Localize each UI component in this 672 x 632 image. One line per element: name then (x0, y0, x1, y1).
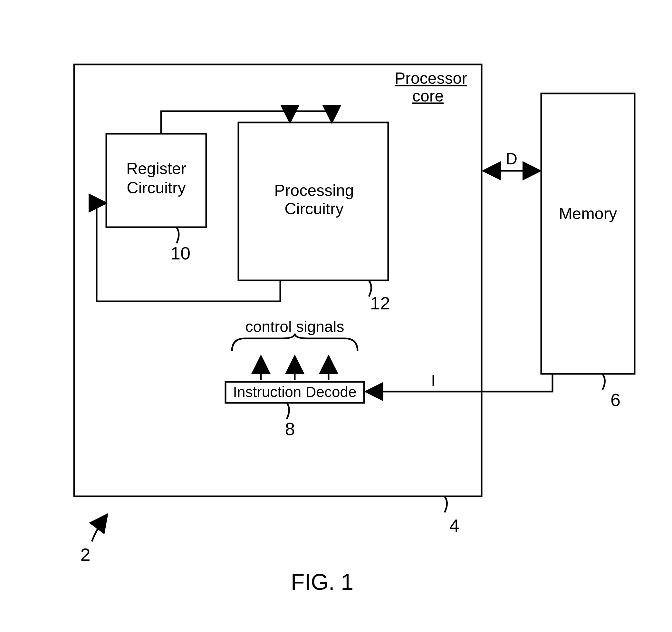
processor-core-label-line1: Processor (394, 69, 467, 87)
data-bus-label: D (506, 150, 518, 168)
processing-circuitry-label-line2: Circuitry (285, 200, 343, 218)
ref-tick-core (445, 496, 447, 512)
ref-tick-register (176, 227, 179, 243)
ref-system-arrow (92, 516, 106, 541)
ref-decode-number: 8 (285, 419, 295, 439)
register-circuitry-label-line2: Circuitry (127, 179, 186, 197)
processing-circuitry-label-line1: Processing (274, 182, 354, 200)
instruction-bus-label: I (431, 372, 435, 390)
memory-label: Memory (559, 205, 617, 223)
diagram-svg: Processor core Register Circuitry Proces… (0, 0, 672, 632)
curly-brace (232, 333, 358, 351)
register-circuitry-label-line1: Register (126, 160, 186, 178)
control-signals-label: control signals (245, 318, 344, 335)
ref-memory-number: 6 (610, 390, 621, 410)
ref-tick-memory (602, 374, 605, 390)
ref-core-number: 4 (449, 515, 459, 536)
processor-core-label-line2: core (412, 87, 443, 105)
ref-tick-decode (287, 403, 289, 419)
ref-register-number: 10 (170, 243, 190, 263)
ref-system-number: 2 (80, 544, 90, 565)
figure-label: FIG. 1 (291, 569, 353, 594)
instruction-decode-label: Instruction Decode (233, 383, 357, 400)
memory-box (541, 93, 634, 374)
ref-processing-number: 12 (370, 293, 390, 313)
